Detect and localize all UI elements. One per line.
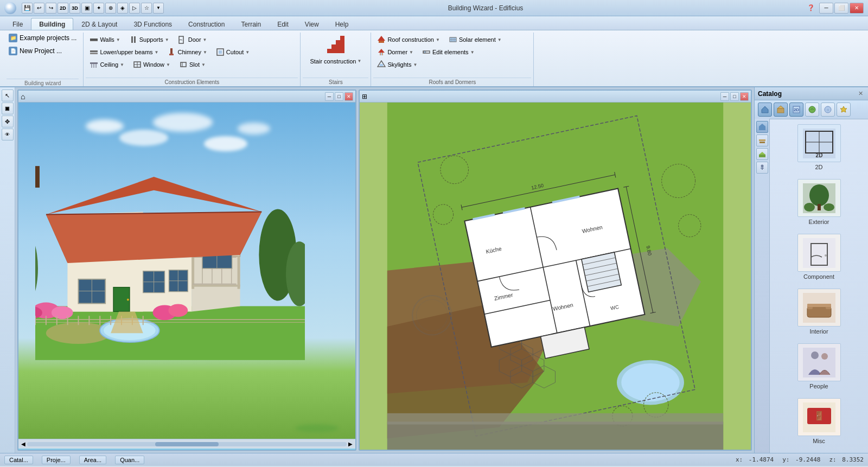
view-2d-button[interactable]: 2D: [58, 3, 68, 14]
svg-rect-85: [35, 167, 40, 188]
cat-nav-building[interactable]: [756, 121, 768, 133]
svg-marker-157: [777, 106, 784, 108]
catalog-scroll: 2D 2D: [770, 119, 868, 453]
tb-btn-8[interactable]: ▷: [129, 3, 140, 14]
catalog-item-component[interactable]: Component: [772, 232, 866, 282]
tb-btn-6[interactable]: ⊕: [105, 3, 116, 14]
walls-icon: [90, 35, 98, 44]
walls-button[interactable]: Walls ▼: [86, 34, 124, 46]
pan-tool[interactable]: ✥: [2, 116, 14, 127]
tb-btn-4[interactable]: ▣: [81, 3, 92, 14]
tb-btn-5[interactable]: ✦: [93, 3, 104, 14]
solar-element-button[interactable]: Solar element ▼: [445, 34, 506, 46]
catalog-tool-room[interactable]: [774, 103, 788, 117]
minimize-button[interactable]: ─: [819, 3, 833, 14]
zoom-tool[interactable]: ▣: [2, 103, 14, 114]
cat-nav-landscape[interactable]: [756, 148, 768, 160]
catalog-item-people[interactable]: People: [772, 342, 866, 391]
edit-elements-button[interactable]: Edit elements ▼: [418, 46, 478, 58]
catalog-tool-landscape[interactable]: [805, 103, 819, 117]
window-arrow: ▼: [166, 62, 170, 67]
catalog-label-interior: Interior: [809, 328, 828, 335]
window-button[interactable]: Window ▼: [129, 59, 174, 71]
redo-button[interactable]: ↪: [46, 3, 56, 14]
svg-point-180: [804, 203, 815, 212]
app-icon: [4, 2, 16, 14]
tab-building[interactable]: Building: [31, 18, 73, 30]
chimney-button[interactable]: Chimney ▼: [164, 46, 211, 58]
scrollbar-thumb[interactable]: [155, 442, 219, 446]
cursor-tool[interactable]: ↖: [2, 89, 14, 101]
roof-construction-button[interactable]: Roof construction ▼: [373, 34, 444, 46]
save-button[interactable]: 💾: [22, 3, 33, 14]
cat-nav-person[interactable]: [756, 162, 768, 174]
tab-edit[interactable]: Edit: [269, 18, 297, 30]
catalog-tool-objects[interactable]: ○: [821, 103, 835, 117]
tab-3d-functions[interactable]: 3D Functions: [125, 18, 180, 30]
tab-view[interactable]: View: [297, 18, 327, 30]
catalog-tool-favorites[interactable]: [837, 103, 851, 117]
edit-elements-icon: [422, 48, 431, 56]
tab-file[interactable]: File: [4, 18, 31, 30]
view3d-minimize[interactable]: ─: [325, 92, 334, 101]
tab-help[interactable]: Help: [327, 18, 357, 30]
chimney-label: Chimney: [178, 49, 201, 55]
tb-btn-9[interactable]: ☆: [141, 3, 152, 14]
cat-nav-layers[interactable]: [756, 135, 768, 146]
help-icon[interactable]: ❓: [807, 4, 815, 11]
status-tab-project[interactable]: Proje...: [42, 456, 71, 464]
svg-point-178: [809, 184, 829, 206]
view3d-maximize[interactable]: □: [335, 92, 343, 101]
svg-text:2D: 2D: [815, 152, 822, 158]
view2d-minimize[interactable]: ─: [720, 92, 729, 101]
view2d-close[interactable]: ✕: [740, 92, 749, 101]
supports-button[interactable]: Supports ▼: [125, 34, 173, 46]
restore-button[interactable]: ⬜: [834, 3, 848, 14]
skylights-label: Skylights: [387, 61, 411, 68]
catalog-item-interior[interactable]: Interior: [772, 287, 866, 336]
slot-button[interactable]: Slot ▼: [175, 59, 209, 71]
catalog-close-button[interactable]: ✕: [856, 89, 865, 98]
cutout-button[interactable]: Cutout ▼: [212, 46, 253, 58]
tab-terrain[interactable]: Terrain: [233, 18, 269, 30]
tb-btn-7[interactable]: ◈: [117, 3, 128, 14]
cutout-label: Cutout: [226, 49, 244, 55]
skylights-button[interactable]: Skylights ▼: [373, 59, 421, 71]
status-tab-catalog[interactable]: Catal...: [4, 456, 33, 464]
tab-2d-layout[interactable]: 2D & Layout: [73, 18, 125, 30]
catalog-icon-toolbar: 2D ○: [755, 100, 868, 119]
tab-construction[interactable]: Construction: [180, 18, 233, 30]
dormer-button[interactable]: Dormer ▼: [373, 46, 417, 58]
svg-point-160: [809, 106, 815, 113]
view3d-scrollbar[interactable]: ◀ ▶: [18, 439, 355, 449]
new-project-button[interactable]: 📄 New Project ...: [7, 46, 79, 56]
catalog-item-misc[interactable]: 🚪 Misc: [772, 396, 866, 446]
scroll-left-btn[interactable]: ◀: [20, 441, 27, 447]
view3d-close[interactable]: ✕: [344, 92, 353, 101]
svg-rect-156: [777, 108, 784, 113]
catalog-item-2d[interactable]: 2D 2D: [772, 123, 866, 172]
folder-icon: 📁: [9, 34, 17, 42]
svg-marker-75: [46, 212, 261, 263]
supports-arrow: ▼: [165, 37, 169, 42]
svg-point-43: [127, 299, 129, 301]
catalog-tool-2d[interactable]: 2D: [789, 103, 803, 117]
lower-upper-beams-button[interactable]: Lower/upper beams ▼: [86, 46, 162, 58]
door-button[interactable]: Door ▼: [174, 34, 211, 46]
scrollbar-track[interactable]: [27, 442, 347, 446]
camera-tool[interactable]: 👁: [2, 129, 14, 140]
status-tab-area[interactable]: Area...: [79, 456, 106, 464]
undo-button[interactable]: ↩: [34, 3, 44, 14]
close-button[interactable]: ✕: [850, 3, 864, 14]
view2d-maximize[interactable]: □: [730, 92, 739, 101]
scroll-right-btn[interactable]: ▶: [347, 441, 354, 447]
example-projects-button[interactable]: 📁 Example projects ...: [7, 33, 79, 43]
stair-construction-button[interactable]: Stair construction ▼: [303, 34, 368, 66]
view-3d-button[interactable]: 3D: [69, 3, 80, 14]
catalog-tool-building[interactable]: [758, 103, 772, 117]
dropdown-arrow[interactable]: ▼: [153, 3, 164, 14]
z-label: z:: [829, 456, 836, 463]
ceiling-button[interactable]: Ceiling ▼: [86, 59, 128, 71]
catalog-item-exterior[interactable]: Exterior: [772, 177, 866, 227]
status-tab-quantity[interactable]: Quan...: [115, 456, 144, 464]
